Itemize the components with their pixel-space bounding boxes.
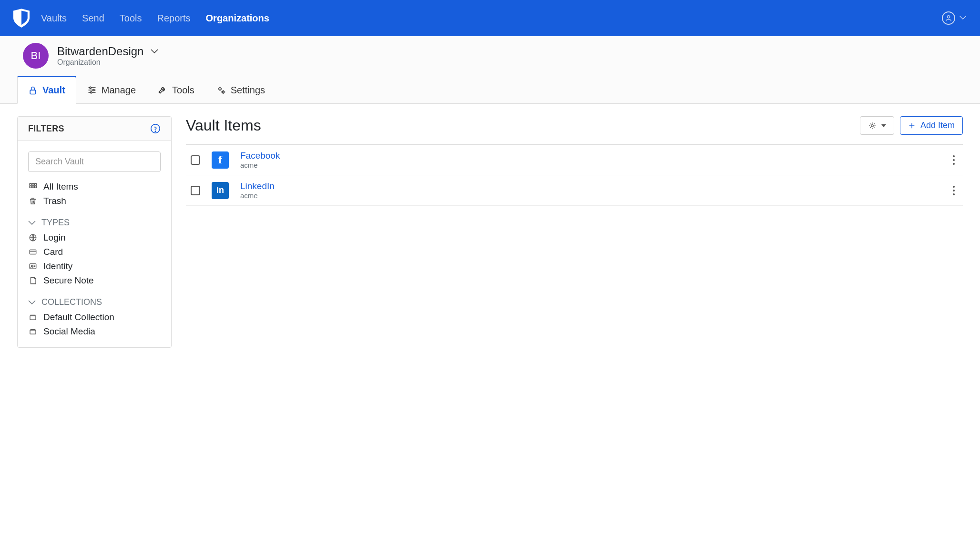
kebab-icon [952,155,955,165]
tab-label: Settings [231,85,265,96]
kebab-icon [952,185,955,196]
collection-icon [28,327,38,336]
tab-label: Tools [172,85,194,96]
svg-point-26 [953,190,955,191]
main: Vault Items Add Item f Facebook acme [186,116,963,348]
gears-icon [216,85,226,95]
item-subtitle: acme [240,161,280,169]
filter-type-secure-note[interactable]: Secure Note [28,275,161,286]
filter-type-card[interactable]: Card [28,247,161,257]
filter-group-types[interactable]: TYPES [28,218,161,228]
topbar-right [942,11,967,25]
plus-icon [908,122,916,130]
filter-all-items[interactable]: All Items [28,181,161,192]
filter-collection-social-media[interactable]: Social Media [28,326,161,337]
logo-shield-icon[interactable] [13,9,30,28]
note-icon [28,276,38,285]
svg-rect-19 [30,316,36,320]
nav-send[interactable]: Send [82,13,104,24]
filters-card: FILTERS All Items Trash [17,116,172,348]
chevron-down-icon [150,49,159,54]
filter-group-collections[interactable]: COLLECTIONS [28,297,161,307]
svg-point-21 [871,124,874,127]
gear-icon [868,121,877,130]
filter-label: Default Collection [43,312,114,322]
nav-tools[interactable]: Tools [120,13,142,24]
svg-point-0 [947,16,949,18]
top-nav: Vaults Send Tools Reports Organizations [41,13,269,24]
vault-items-table: f Facebook acme in LinkedIn acme [186,144,963,206]
facebook-icon: f [212,151,229,169]
vault-item-row: f Facebook acme [186,145,963,175]
org-header: BI BitwardenDesign Organization [0,36,980,75]
svg-rect-9 [30,183,31,185]
item-name[interactable]: Facebook [240,151,280,161]
content: FILTERS All Items Trash [0,104,980,360]
tab-label: Manage [102,85,136,96]
trash-icon [28,197,38,205]
filter-trash[interactable]: Trash [28,196,161,206]
tab-label: Vault [42,85,65,96]
page-title: Vault Items [186,117,261,134]
org-subtitle: Organization [57,58,159,67]
nav-vaults[interactable]: Vaults [41,13,67,24]
tab-manage[interactable]: Manage [76,76,147,104]
tab-settings[interactable]: Settings [205,76,276,104]
svg-point-22 [953,155,955,157]
svg-point-23 [953,159,955,161]
filter-label: Social Media [43,326,95,337]
tab-tools[interactable]: Tools [147,76,205,104]
svg-rect-17 [30,264,36,269]
collection-icon [28,313,38,322]
add-item-button[interactable]: Add Item [900,116,963,135]
sliders-icon [87,85,97,95]
tab-vault[interactable]: Vault [17,76,76,104]
svg-point-5 [219,88,221,90]
lock-icon [28,86,38,95]
svg-point-24 [953,163,955,165]
filter-label: All Items [43,181,78,192]
svg-rect-10 [32,183,34,185]
caret-down-icon [881,124,886,127]
filter-type-identity[interactable]: Identity [28,261,161,272]
filter-type-login[interactable]: Login [28,232,161,243]
nav-reports[interactable]: Reports [157,13,191,24]
svg-point-2 [90,87,91,88]
filter-collection-default[interactable]: Default Collection [28,312,161,322]
org-avatar: BI [23,43,49,69]
svg-point-27 [953,193,955,195]
search-input[interactable] [28,151,161,172]
profile-icon[interactable] [942,11,955,25]
nav-organizations[interactable]: Organizations [206,13,269,24]
svg-rect-16 [30,250,36,254]
org-switcher[interactable]: BitwardenDesign [57,45,159,58]
sidebar: FILTERS All Items Trash [17,116,172,348]
svg-point-8 [155,131,155,131]
bulk-actions-button[interactable] [860,116,894,135]
svg-point-6 [222,91,224,93]
chevron-down-icon [28,221,36,225]
profile-chevron-icon[interactable] [959,16,967,20]
wrench-icon [158,85,167,95]
globe-icon [28,233,38,242]
item-checkbox[interactable] [191,186,200,195]
org-tabs: Vault Manage Tools Settings [0,75,980,104]
filter-label: Card [43,247,63,257]
item-name[interactable]: LinkedIn [240,181,275,191]
svg-point-18 [31,265,32,267]
card-icon [28,248,38,256]
item-menu-button[interactable] [949,152,958,168]
vault-item-row: in LinkedIn acme [186,175,963,206]
svg-rect-11 [35,183,37,185]
item-checkbox[interactable] [191,155,200,165]
filter-label: Trash [43,196,66,206]
button-label: Add Item [920,121,955,131]
filters-title: FILTERS [28,124,64,134]
svg-point-4 [90,91,92,93]
svg-rect-20 [30,330,36,334]
item-subtitle: acme [240,191,275,200]
linkedin-icon: in [212,182,229,199]
org-name: BitwardenDesign [57,45,143,58]
item-menu-button[interactable] [949,182,958,199]
help-icon[interactable] [150,123,161,134]
